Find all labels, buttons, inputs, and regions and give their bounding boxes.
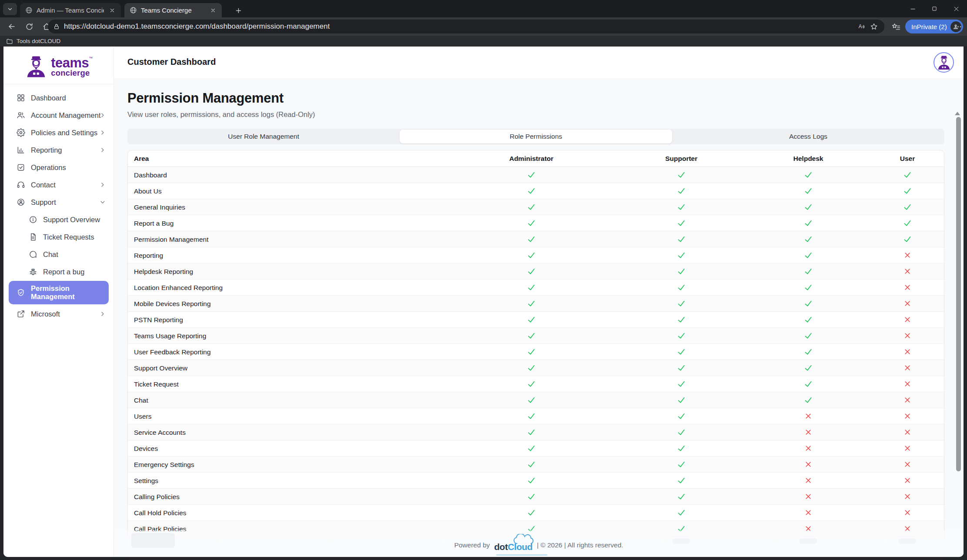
supporter-check-icon bbox=[677, 460, 686, 469]
check-icon bbox=[527, 347, 536, 357]
check-icon bbox=[527, 444, 536, 453]
cross-icon bbox=[904, 348, 912, 356]
supporter-check-icon bbox=[677, 331, 686, 340]
sidebar-item-account-management[interactable]: Account Management bbox=[3, 107, 114, 124]
table-row: Users bbox=[128, 408, 944, 424]
check-icon bbox=[804, 251, 813, 260]
new-tab-button[interactable] bbox=[232, 4, 244, 17]
area-cell: User Feedback Reporting bbox=[134, 344, 211, 360]
check-icon bbox=[677, 267, 686, 276]
read-aloud-button[interactable]: A bbox=[856, 20, 868, 33]
area-cell: PSTN Reporting bbox=[134, 312, 183, 328]
check-icon bbox=[677, 251, 686, 260]
tab-search-button[interactable] bbox=[3, 3, 17, 15]
supporter-check-icon bbox=[677, 508, 686, 517]
sidebar-item-ticket-requests[interactable]: Ticket Requests bbox=[3, 228, 114, 246]
sidebar-item-dashboard[interactable]: Dashboard bbox=[3, 89, 114, 107]
maximize-button[interactable] bbox=[924, 0, 945, 17]
supporter-check-icon bbox=[677, 428, 686, 437]
support-icon bbox=[17, 198, 25, 207]
area-cell: Dashboard bbox=[134, 167, 167, 183]
area-cell: Service Accounts bbox=[134, 424, 186, 440]
cross-icon bbox=[804, 509, 813, 517]
external-link-icon bbox=[17, 310, 25, 318]
sidebar-item-reporting[interactable]: Reporting bbox=[3, 141, 114, 159]
sidebar-item-support[interactable]: Support bbox=[3, 193, 114, 211]
administrator-check-icon bbox=[527, 283, 536, 292]
sidebar-item-permission-management[interactable]: Permission Management bbox=[9, 281, 109, 304]
cross-icon bbox=[804, 493, 813, 501]
minimize-button[interactable] bbox=[902, 0, 924, 17]
favorite-star-button[interactable] bbox=[868, 20, 880, 33]
sidebar: teams™ concierge DashboardAccount Manage… bbox=[3, 47, 114, 557]
supporter-check-icon bbox=[677, 492, 686, 501]
scrollbar-up-arrow[interactable] bbox=[954, 111, 960, 116]
user-cross-icon bbox=[904, 428, 912, 437]
tab-role-permissions[interactable]: Role Permissions bbox=[400, 129, 672, 144]
tab-close-button[interactable] bbox=[209, 6, 217, 15]
folder-icon bbox=[6, 38, 13, 45]
administrator-check-icon bbox=[527, 476, 536, 485]
bookmark-item[interactable]: Tools dotCLOUD bbox=[17, 38, 60, 44]
helpdesk-check-icon bbox=[804, 363, 813, 373]
check-icon bbox=[527, 299, 536, 308]
scrollbar-thumb[interactable] bbox=[956, 117, 961, 471]
close-window-button[interactable] bbox=[945, 0, 967, 17]
column-header-supporter: Supporter bbox=[665, 150, 697, 167]
globe-icon bbox=[25, 7, 33, 14]
table-row: General Inquiries bbox=[128, 199, 944, 215]
sidebar-item-microsoft[interactable]: Microsoft bbox=[3, 305, 114, 323]
sidebar-item-operations[interactable]: Operations bbox=[3, 159, 114, 176]
browser-tab-admin[interactable]: Admin — Teams Concierge bbox=[20, 3, 121, 17]
tab-close-button[interactable] bbox=[108, 6, 117, 15]
administrator-check-icon bbox=[527, 492, 536, 501]
supporter-check-icon bbox=[677, 412, 686, 421]
supporter-check-icon bbox=[677, 476, 686, 485]
supporter-check-icon bbox=[677, 380, 686, 389]
browser-menu-button[interactable] bbox=[950, 19, 965, 34]
user-avatar[interactable] bbox=[934, 52, 954, 73]
helpdesk-cross-icon bbox=[804, 460, 813, 469]
url-text: https://dotcloud-demo1.teamsconcierge.co… bbox=[64, 22, 856, 31]
helpdesk-cross-icon bbox=[804, 493, 813, 501]
table-header-row: Area Administrator Supporter Helpdesk Us… bbox=[128, 150, 944, 167]
check-icon bbox=[804, 267, 813, 276]
area-cell: Mobile Devices Reporting bbox=[134, 296, 211, 312]
table-row: Helpdesk Reporting bbox=[128, 263, 944, 280]
read-aloud-icon: A bbox=[858, 23, 866, 31]
users-icon bbox=[17, 111, 25, 120]
tab-access-logs[interactable]: Access Logs bbox=[672, 129, 944, 144]
sidebar-item-support-overview[interactable]: Support Overview bbox=[3, 211, 114, 228]
address-bar[interactable]: https://dotcloud-demo1.teamsconcierge.co… bbox=[48, 20, 884, 33]
tab-label: Role Permissions bbox=[510, 133, 562, 140]
check-icon bbox=[804, 315, 813, 324]
back-button[interactable] bbox=[4, 19, 19, 34]
sidebar-item-contact[interactable]: Contact bbox=[3, 176, 114, 193]
favorites-bar-button[interactable] bbox=[888, 19, 903, 34]
tab-user-role-management[interactable]: User Role Management bbox=[127, 129, 400, 144]
app-logo[interactable]: teams™ concierge bbox=[3, 50, 114, 83]
cross-icon bbox=[904, 460, 912, 469]
user-cross-icon bbox=[904, 332, 912, 340]
sidebar-item-report-a-bug[interactable]: Report a bug bbox=[3, 263, 114, 280]
chart-icon bbox=[17, 146, 25, 154]
globe-icon bbox=[130, 7, 137, 14]
tab-title: Teams Concierge bbox=[141, 7, 205, 14]
table-row: Reporting bbox=[128, 247, 944, 263]
chevron-right-icon bbox=[99, 147, 106, 153]
user-cross-icon bbox=[904, 300, 912, 308]
app-header: Customer Dashboard bbox=[114, 47, 964, 78]
sidebar-item-chat[interactable]: Chat bbox=[3, 246, 114, 263]
check-square-icon bbox=[17, 163, 25, 172]
check-icon bbox=[804, 187, 813, 196]
refresh-button[interactable] bbox=[22, 19, 37, 34]
check-icon bbox=[677, 363, 686, 373]
close-icon bbox=[110, 8, 115, 13]
permissions-table: Area Administrator Supporter Helpdesk Us… bbox=[127, 150, 944, 557]
concierge-mascot-icon bbox=[25, 55, 47, 78]
sidebar-item-policies-and-settings[interactable]: Policies and Settings bbox=[3, 124, 114, 141]
browser-tab-active[interactable]: Teams Concierge bbox=[124, 3, 222, 17]
column-header-user: User bbox=[900, 150, 915, 167]
administrator-check-icon bbox=[527, 428, 536, 437]
helpdesk-check-icon bbox=[804, 331, 813, 340]
